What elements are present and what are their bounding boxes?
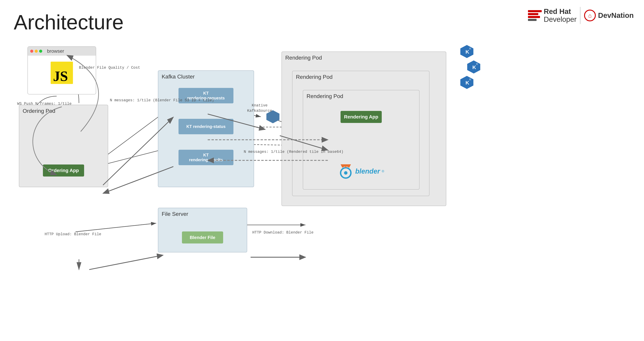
header-divider [580,7,580,24]
label-n-messages-1: N messages: 1/tile (Blender File S3 ID +… [110,98,214,103]
rendering-pod-title-outer: Rendering Pod [282,52,446,62]
svg-line-36 [89,255,163,270]
redhat-name: Red Hat [544,8,576,16]
svg-text:K: K [466,80,469,86]
browser-dot-red [30,50,33,53]
rendering-pod-title-mid: Rendering Pod [292,71,429,82]
kt-rendering-results: KTrendering-results [178,150,234,165]
ordering-pod-title: Ordering Pod [19,105,108,116]
label-http-upload: HTTP Upload: Blender File [45,232,101,237]
redhat-sub: Developer [544,16,576,23]
svg-text:n: n [469,78,471,81]
svg-text:K: K [466,49,469,54]
header: Red Hat Developer ⌂ DevNation [528,7,634,24]
blender-logo: blender ® [338,164,384,179]
kt-rendering-status: KT rendering-status [178,119,234,134]
ordering-app: Ordering App [43,164,84,176]
page-title: Architecture [14,10,124,34]
k-badge-icon-3: K n [460,76,474,89]
browser-dot-yellow [35,50,38,53]
svg-text:JS: JS [53,68,68,84]
redhat-logo: Red Hat Developer [528,8,576,23]
blender-file-label: Blender File [190,235,216,240]
k-badge-icon-1: K n [460,45,474,58]
kt2-label: KT rendering-status [186,124,226,129]
ordering-app-label: Ordering App [48,168,79,173]
file-server: File Server Blender File [158,208,247,252]
rendering-pod-title-inner: Rendering Pod [303,90,419,101]
browser-label: browser [47,48,64,54]
label-ws-push: WS Push N frames: 1/tile [17,101,72,107]
k-badge-2: K n [467,60,480,74]
kafka-cluster-title: Kafka Cluster [158,71,254,81]
label-http-download: HTTP Download: Blender File [252,230,314,236]
svg-text:⌂: ⌂ [588,12,592,19]
k-badge-3: K n [460,76,474,90]
svg-text:n: n [476,62,478,66]
devnation-logo: ⌂ DevNation [584,10,634,22]
rendering-app-label: Rendering App [344,114,378,120]
architecture-diagram: browser JS Ordering Pod Ordering App Kaf… [14,43,632,332]
svg-line-10 [76,223,156,232]
rendering-pod-inner: Rendering Pod Rendering App blender [303,90,420,190]
label-n-messages-2: N messages: 1/tile (Rendered tile in bas… [244,150,344,155]
browser-dot-green [39,50,42,53]
svg-text:n: n [469,47,471,50]
label-blender-file-quality: Blender File Quality / Cost [79,65,140,70]
svg-text:K: K [472,64,476,70]
redhat-text: Red Hat Developer [544,8,576,23]
ordering-pod: Ordering Pod Ordering App [19,105,108,187]
redhat-stripes-icon [528,10,542,21]
blender-trademark: ® [382,169,384,173]
browser-content: JS [28,56,96,90]
browser-titlebar: browser [28,47,96,56]
k-badge-icon-2: K n [467,60,480,74]
devnation-icon: ⌂ [584,10,596,22]
label-knative-kafkasource: KnativeKafkaSource [247,103,272,114]
file-server-title: File Server [158,208,247,218]
kt3-label: KTrendering-results [189,153,223,162]
devnation-text: DevNation [598,11,634,20]
javascript-logo: JS [51,62,73,84]
blender-file-box: Blender File [182,232,223,244]
svg-point-16 [344,171,348,174]
svg-line-12 [76,223,156,232]
rendering-pod-outer: Rendering Pod Rendering Pod Rendering Po… [282,52,446,206]
kafka-cluster: Kafka Cluster KTrendering-requests KT re… [158,70,254,187]
blender-text: blender [355,168,380,175]
k-badge-1: K n [460,45,474,59]
rendering-app: Rendering App [340,111,382,123]
rendering-pod-mid: Rendering Pod Rendering Pod Rendering Ap… [292,71,430,196]
blender-icon [338,164,354,179]
